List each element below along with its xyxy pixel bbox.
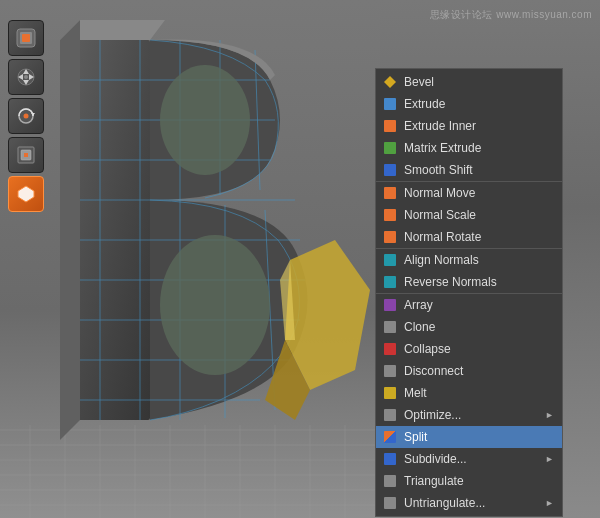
bevel-icon	[382, 74, 398, 90]
watermark: 思缘设计论坛 www.missyuan.com	[430, 8, 592, 22]
reverse-normals-icon	[382, 274, 398, 290]
menu-item-array[interactable]: Array	[376, 293, 562, 316]
letter-b-scene	[0, 0, 380, 518]
subdivide-submenu-arrow: ►	[545, 454, 554, 464]
menu-item-reverse-normals[interactable]: Reverse Normals	[376, 271, 562, 293]
viewport: 思缘设计论坛 www.missyuan.com	[0, 0, 600, 518]
optimize-icon	[382, 407, 398, 423]
polygon-tool-button[interactable]	[8, 176, 44, 212]
align-normals-icon	[382, 252, 398, 268]
menu-item-align-normals[interactable]: Align Normals	[376, 248, 562, 271]
menu-item-smooth-shift[interactable]: Smooth Shift	[376, 159, 562, 181]
menu-item-clone[interactable]: Clone	[376, 316, 562, 338]
disconnect-icon	[382, 363, 398, 379]
toolbar	[8, 20, 44, 212]
menu-item-extrude[interactable]: Extrude	[376, 93, 562, 115]
extrude-inner-icon	[382, 118, 398, 134]
menu-item-normal-rotate[interactable]: Normal Rotate	[376, 226, 562, 248]
svg-point-45	[24, 75, 28, 79]
melt-icon	[382, 385, 398, 401]
menu-item-melt[interactable]: Melt	[376, 382, 562, 404]
untriangulate-icon	[382, 495, 398, 511]
menu-item-untriangulate[interactable]: Untriangulate... ►	[376, 492, 562, 514]
menu-item-disconnect[interactable]: Disconnect	[376, 360, 562, 382]
menu-item-split[interactable]: Split	[376, 426, 562, 448]
smooth-shift-icon	[382, 162, 398, 178]
scale-tool-button[interactable]	[8, 137, 44, 173]
collapse-icon	[382, 341, 398, 357]
select-tool-button[interactable]	[8, 20, 44, 56]
svg-point-36	[160, 235, 270, 375]
subdivide-icon	[382, 451, 398, 467]
normal-move-icon	[382, 185, 398, 201]
clone-icon	[382, 319, 398, 335]
svg-rect-51	[24, 153, 28, 157]
rotate-tool-button[interactable]	[8, 98, 44, 134]
split-icon	[382, 429, 398, 445]
menu-item-normal-move[interactable]: Normal Move	[376, 181, 562, 204]
context-menu: Bevel Extrude Extrude Inner Matrix Extru…	[375, 68, 563, 517]
normal-scale-icon	[382, 207, 398, 223]
move-tool-button[interactable]	[8, 59, 44, 95]
svg-point-35	[160, 65, 250, 175]
menu-item-extrude-inner[interactable]: Extrude Inner	[376, 115, 562, 137]
menu-item-subdivide[interactable]: Subdivide... ►	[376, 448, 562, 470]
menu-item-matrix-extrude[interactable]: Matrix Extrude	[376, 137, 562, 159]
menu-item-triangulate[interactable]: Triangulate	[376, 470, 562, 492]
extrude-icon	[382, 96, 398, 112]
menu-item-normal-scale[interactable]: Normal Scale	[376, 204, 562, 226]
svg-marker-52	[18, 186, 34, 202]
matrix-extrude-icon	[382, 140, 398, 156]
svg-point-48	[24, 114, 29, 119]
optimize-submenu-arrow: ►	[545, 410, 554, 420]
untriangulate-submenu-arrow: ►	[545, 498, 554, 508]
array-icon	[382, 297, 398, 313]
svg-rect-39	[22, 34, 30, 42]
menu-item-optimize[interactable]: Optimize... ►	[376, 404, 562, 426]
normal-rotate-icon	[382, 229, 398, 245]
menu-item-collapse[interactable]: Collapse	[376, 338, 562, 360]
menu-item-bevel[interactable]: Bevel	[376, 71, 562, 93]
triangulate-icon	[382, 473, 398, 489]
